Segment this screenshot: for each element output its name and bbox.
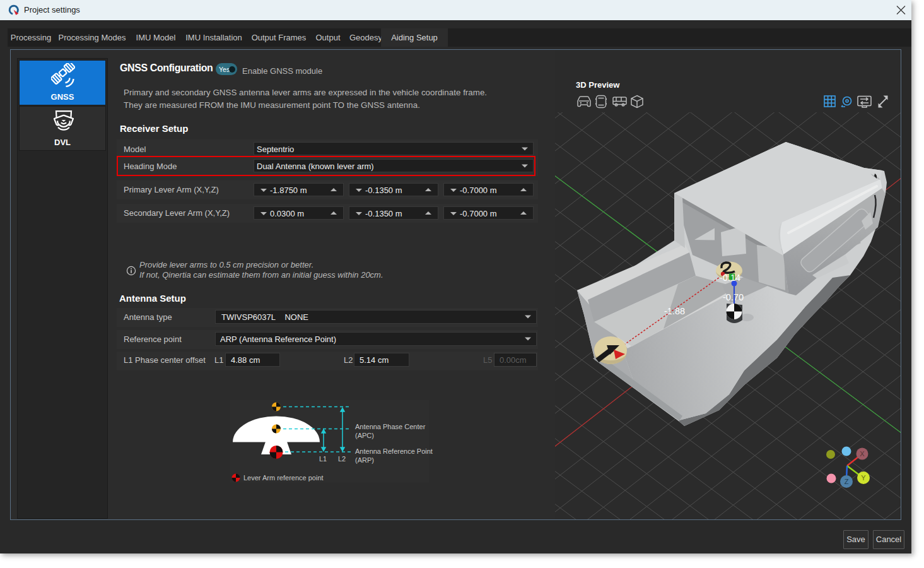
svg-text:Lever Arm reference point: Lever Arm reference point bbox=[243, 474, 324, 482]
svg-text:-0.70: -0.70 bbox=[723, 292, 744, 302]
svg-text:L2: L2 bbox=[338, 455, 346, 463]
svg-text:L1: L1 bbox=[319, 455, 327, 463]
svg-text:(APC): (APC) bbox=[355, 432, 374, 439]
svg-text:-0.14: -0.14 bbox=[720, 273, 740, 283]
svg-text:Z: Z bbox=[845, 478, 849, 485]
svg-text:-1.88: -1.88 bbox=[664, 306, 685, 316]
svg-text:Y: Y bbox=[861, 474, 866, 482]
svg-text:X: X bbox=[860, 450, 865, 458]
svg-text:Antenna Phase Center: Antenna Phase Center bbox=[355, 423, 426, 430]
svg-text:Antenna Reference Point: Antenna Reference Point bbox=[355, 447, 433, 455]
svg-text:(ARP): (ARP) bbox=[355, 456, 374, 464]
